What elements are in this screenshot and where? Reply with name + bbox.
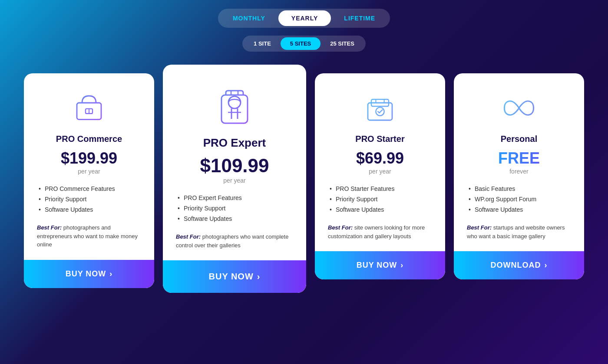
pro-commerce-price: $199.99	[37, 151, 141, 166]
feature-item: Software Updates	[176, 213, 293, 224]
pro-commerce-features: PRO Commerce Features Priority Support S…	[37, 184, 141, 215]
feature-item: Software Updates	[328, 204, 432, 215]
sites-btn-5[interactable]: 5 SITES	[281, 37, 321, 50]
personal-price: FREE	[467, 151, 571, 166]
pro-expert-features: PRO Expert Features Priority Support Sof…	[176, 193, 293, 224]
pro-starter-price: $69.99	[328, 151, 432, 166]
pricing-cards: PRO Commerce $199.99 per year PRO Commer…	[17, 73, 591, 293]
personal-cta[interactable]: DOWNLOAD›	[454, 251, 584, 279]
feature-item: Software Updates	[37, 204, 141, 215]
period-toggle: MONTHLY YEARLY LIFETIME	[218, 9, 390, 28]
personal-plan-name: Personal	[467, 134, 571, 144]
pro-expert-plan-name: PRO Expert	[176, 136, 293, 150]
pro-expert-price: $109.99	[176, 156, 293, 175]
plan-card-pro-expert: PRO Expert $109.99 per year PRO Expert F…	[163, 65, 306, 293]
personal-features: Basic Features WP.org Support Forum Soft…	[467, 184, 571, 215]
feature-item: PRO Starter Features	[328, 184, 432, 194]
pro-expert-period: per year	[176, 177, 293, 184]
feature-item: Software Updates	[467, 204, 571, 215]
period-btn-monthly[interactable]: MONTHLY	[220, 10, 278, 26]
svg-point-4	[228, 96, 241, 108]
pro-starter-cta[interactable]: BUY NOW›	[315, 251, 445, 279]
feature-item: PRO Expert Features	[176, 193, 293, 203]
sites-btn-1[interactable]: 1 SITE	[244, 37, 281, 50]
plan-card-pro-starter: PRO Starter $69.99 per year PRO Starter …	[315, 73, 445, 279]
period-btn-yearly[interactable]: YEARLY	[278, 10, 331, 26]
pro-starter-best-for: Best For: site owners looking for more c…	[328, 223, 432, 240]
feature-item: PRO Commerce Features	[37, 184, 141, 194]
sites-toggle: 1 SITE 5 SITES 25 SITES	[242, 36, 366, 52]
feature-item: WP.org Support Forum	[467, 194, 571, 204]
feature-item: Basic Features	[467, 184, 571, 194]
sites-btn-25[interactable]: 25 SITES	[321, 37, 364, 50]
pro-commerce-cta[interactable]: BUY NOW›	[24, 260, 154, 288]
pro-expert-best-for: Best For: photographers who want complet…	[176, 233, 293, 249]
pro-expert-cta[interactable]: BUY NOW›	[163, 260, 306, 293]
pro-commerce-period: per year	[37, 168, 141, 175]
feature-item: Priority Support	[37, 194, 141, 204]
personal-icon	[467, 91, 571, 125]
pro-starter-features: PRO Starter Features Priority Support So…	[328, 184, 432, 215]
pro-expert-icon	[176, 84, 293, 128]
period-btn-lifetime[interactable]: LIFETIME	[331, 10, 388, 26]
pro-commerce-best-for: Best For: photographers and entrepreneur…	[37, 223, 141, 249]
pro-commerce-icon	[37, 91, 141, 125]
plan-card-pro-commerce: PRO Commerce $199.99 per year PRO Commer…	[24, 73, 154, 288]
pro-starter-icon	[328, 91, 432, 125]
pro-commerce-plan-name: PRO Commerce	[37, 134, 141, 144]
plan-card-personal: Personal FREE forever Basic Features WP.…	[454, 73, 584, 279]
personal-period: forever	[467, 168, 571, 175]
feature-item: Priority Support	[328, 194, 432, 204]
personal-best-for: Best For: startups and website owners wh…	[467, 223, 571, 240]
pro-starter-plan-name: PRO Starter	[328, 134, 432, 144]
pro-starter-period: per year	[328, 168, 432, 175]
feature-item: Priority Support	[176, 203, 293, 213]
